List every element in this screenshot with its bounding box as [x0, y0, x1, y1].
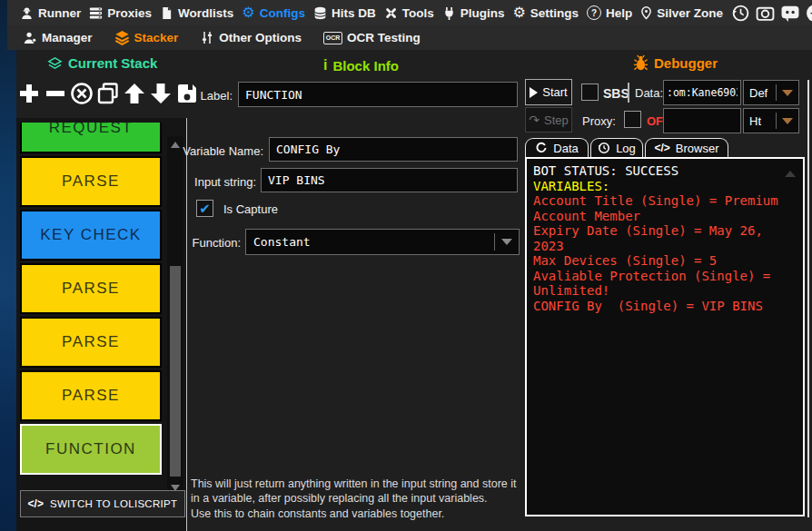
block-label: FUNCTION [45, 440, 136, 458]
scroll-up-arrow-icon[interactable] [171, 142, 180, 148]
chevron-down-icon [777, 90, 798, 96]
play-icon [530, 87, 538, 98]
proxies-icon [89, 6, 103, 20]
debug-console: BOT STATUS: SUCCESS VARIABLES: Account T… [525, 157, 805, 516]
stack-scrollbar[interactable] [167, 136, 183, 497]
desktop-wallpaper [0, 0, 16, 531]
proxy-checkbox[interactable] [624, 111, 641, 128]
stack-toolbar [16, 80, 200, 107]
window-right-edge [807, 80, 809, 517]
tab-label: Data [553, 142, 578, 155]
tab-data[interactable]: Data [525, 138, 589, 157]
nav-item-plugins[interactable]: Plugins [442, 6, 505, 20]
nav-label: Plugins [460, 6, 505, 20]
sbs-label: SBS [603, 86, 629, 101]
wordlist-type-select[interactable]: Def [743, 80, 799, 105]
proxy-type-select[interactable]: Ht [743, 108, 799, 133]
wordlists-icon [160, 6, 173, 20]
chevron-down-icon [495, 239, 519, 245]
nav-label: Configs [260, 6, 305, 20]
tab-log[interactable]: Log [590, 138, 643, 157]
info-icon: i [323, 57, 327, 74]
subnav-item-manager[interactable]: Manager [23, 31, 93, 44]
block-label: PARSE [62, 333, 120, 351]
nav-item-tools[interactable]: Tools [384, 6, 434, 20]
step-button-label: Step [544, 113, 569, 127]
console-line: BOT STATUS: SUCCESS [533, 163, 778, 179]
history-icon[interactable] [731, 4, 750, 23]
switch-to-loliscript-button[interactable]: </> SWITCH TO LOLISCRIPT [20, 490, 185, 517]
subnav-item-other-options[interactable]: Other Options [200, 31, 302, 44]
stack-block-parse[interactable]: PARSE [20, 370, 162, 421]
move-up-icon[interactable] [122, 80, 147, 107]
nav-item-help[interactable]: ? Help [587, 5, 632, 20]
label-input[interactable] [238, 82, 518, 107]
nav-label: Runner [38, 6, 81, 20]
start-button-label: Start [542, 85, 567, 99]
block-description: This will just return anything written i… [191, 477, 529, 521]
current-stack-header: Current Stack [47, 55, 157, 71]
start-button[interactable]: Start [525, 79, 572, 105]
subnav-item-stacker[interactable]: Stacker [114, 30, 179, 45]
chevron-down-icon [777, 118, 798, 124]
debugger-title: Debugger [654, 55, 718, 71]
block-label: PARSE [62, 280, 120, 298]
move-down-icon[interactable] [148, 80, 173, 107]
step-button[interactable]: ↷ Step [525, 107, 572, 133]
stack-block-request[interactable]: REQUEST [20, 123, 162, 153]
stack-block-keycheck[interactable]: KEY CHECK [20, 210, 162, 261]
telegram-icon[interactable] [806, 4, 812, 23]
variable-name-input[interactable] [269, 137, 518, 162]
runner-icon [20, 6, 34, 20]
stack-block-function-selected[interactable]: FUNCTION [20, 424, 162, 475]
console-line: Avaliable Protection (Single) = Unlimite… [533, 269, 778, 299]
is-capture-checkbox[interactable]: ✔ [196, 200, 213, 217]
block-info-header: i Block Info [323, 57, 399, 74]
nav-item-configs[interactable]: ⚙ Configs [242, 6, 305, 20]
nav-item-silver-zone[interactable]: Silver Zone [640, 6, 723, 20]
tab-browser[interactable]: </> Browser [645, 138, 728, 157]
remove-block-icon[interactable] [43, 80, 68, 107]
nav-label: Proxies [107, 6, 152, 20]
nav-item-settings[interactable]: ⚙ Settings [512, 6, 579, 20]
switch-button-label: SWITCH TO LOLISCRIPT [50, 498, 177, 509]
nav-label: Wordlists [178, 6, 233, 20]
input-string-label: Input string: [180, 175, 256, 189]
block-label: PARSE [62, 387, 120, 405]
nav-label: Silver Zone [657, 6, 723, 20]
stack-block-parse[interactable]: PARSE [20, 317, 162, 368]
function-label: Function: [191, 236, 241, 250]
sbs-checkbox[interactable] [581, 84, 599, 101]
nav-label: Tools [402, 6, 434, 20]
proxy-input[interactable] [663, 108, 741, 133]
tab-label: Log [616, 142, 636, 155]
stack-panel: REQUEST PARSE KEY CHECK PARSE PARSE PARS… [16, 118, 187, 531]
code-icon: </> [28, 497, 44, 510]
nav-item-proxies[interactable]: Proxies [89, 6, 152, 20]
data-tab-icon [535, 142, 548, 154]
block-label: REQUEST [49, 123, 134, 137]
console-scroll-up-icon[interactable] [785, 171, 796, 177]
browser-tab-icon: </> [654, 142, 669, 154]
clone-block-icon[interactable] [95, 80, 121, 107]
stack-block-parse[interactable]: PARSE [20, 156, 162, 207]
camera-icon[interactable] [756, 4, 775, 23]
input-string-input[interactable] [261, 168, 518, 192]
nav-item-wordlists[interactable]: Wordlists [160, 6, 233, 20]
stack-block-parse[interactable]: PARSE [20, 263, 162, 314]
scroll-thumb[interactable] [170, 266, 181, 477]
discord-icon[interactable] [780, 4, 800, 23]
nav-label: Hits DB [332, 6, 376, 20]
add-block-icon[interactable] [16, 80, 42, 107]
disable-block-icon[interactable] [69, 80, 94, 107]
block-label: PARSE [62, 172, 120, 191]
nav-item-hits-db[interactable]: Hits DB [313, 6, 376, 20]
tools-icon [384, 6, 398, 20]
debugger-header: Debugger [633, 54, 718, 72]
is-capture-label: Is Capture [223, 202, 278, 216]
nav-item-runner[interactable]: Runner [20, 6, 81, 20]
function-select[interactable]: Constant [245, 229, 520, 255]
subnav-item-ocr-testing[interactable]: OCR OCR Testing [323, 31, 421, 44]
nav-label: Help [606, 6, 632, 20]
data-input[interactable] [663, 80, 741, 105]
